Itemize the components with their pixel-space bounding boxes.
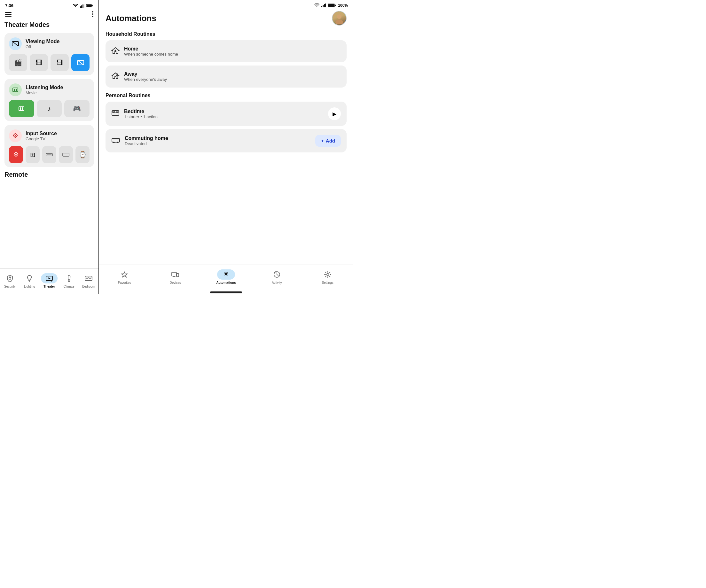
svg-rect-46 xyxy=(323,5,323,7)
svg-line-14 xyxy=(12,42,18,46)
climate-icon-wrap xyxy=(61,273,77,284)
svg-point-23 xyxy=(15,135,16,136)
nav-item-security[interactable]: Security xyxy=(0,272,20,290)
svg-point-52 xyxy=(337,14,342,19)
svg-rect-44 xyxy=(89,277,91,278)
nav-item-automations[interactable]: Automations xyxy=(201,268,252,286)
listening-mode-title: Listening Mode xyxy=(26,85,63,90)
input-source-text: Input Source Google TV xyxy=(26,131,57,141)
input-source-icon xyxy=(9,129,22,142)
listening-mode-icon xyxy=(9,83,22,96)
viewing-btn-movie1[interactable]: 🎬 xyxy=(9,54,27,71)
menu-icon[interactable] xyxy=(5,11,11,18)
svg-line-16 xyxy=(78,60,83,65)
right-header: Automations xyxy=(99,10,353,30)
away-routine-text: Away When everyone's away xyxy=(124,71,167,82)
bedroom-label: Bedroom xyxy=(82,285,95,288)
play-button[interactable]: ▶ xyxy=(328,108,341,120)
svg-rect-22 xyxy=(22,108,23,110)
settings-icon xyxy=(324,271,331,278)
routine-commuting[interactable]: Commuting home Deactivated + Add xyxy=(106,129,347,153)
theater-label: Theater xyxy=(43,285,55,288)
home-routine-subtitle: When someone comes home xyxy=(124,52,178,56)
input-btn-googletv[interactable] xyxy=(9,146,23,163)
activity-icon-wrap xyxy=(268,269,286,280)
favorites-icon-wrap xyxy=(115,269,133,280)
nav-item-favorites[interactable]: Favorites xyxy=(99,268,150,286)
status-bar-left: 7:36 xyxy=(0,0,99,10)
viewing-mode-text: Viewing Mode Off xyxy=(26,39,60,49)
input-source-card[interactable]: Input Source Google TV ⊞ xyxy=(4,125,94,167)
svg-rect-2 xyxy=(82,4,83,8)
nav-item-settings[interactable]: Settings xyxy=(302,268,353,286)
input-btn-watch[interactable]: ⌚ xyxy=(75,146,89,163)
viewing-btn-off[interactable] xyxy=(71,54,89,71)
lighting-icon-wrap xyxy=(21,273,38,284)
bottom-nav-right: Favorites Devices Automations xyxy=(99,265,353,290)
svg-rect-20 xyxy=(19,107,24,111)
right-panel: 100% Automations Household Routines xyxy=(99,0,353,294)
signal-icon xyxy=(80,4,84,8)
automations-icon xyxy=(223,271,230,278)
nav-item-devices[interactable]: Devices xyxy=(150,268,201,286)
svg-point-12 xyxy=(92,16,93,17)
input-btn-hdmi[interactable] xyxy=(42,146,56,163)
routine-home[interactable]: Home When someone comes home xyxy=(106,40,347,62)
svg-rect-26 xyxy=(47,154,51,155)
favorites-label: Favorites xyxy=(118,281,131,284)
viewing-mode-icon xyxy=(9,37,22,50)
viewing-mode-card[interactable]: Viewing Mode Off 🎬 🎞 🎞 xyxy=(4,33,94,75)
svg-rect-5 xyxy=(87,4,92,7)
svg-rect-43 xyxy=(86,277,88,278)
nav-item-bedroom[interactable]: Bedroom xyxy=(79,272,99,290)
home-routine-icon xyxy=(111,47,120,56)
viewing-mode-buttons: 🎬 🎞 🎞 xyxy=(9,54,89,71)
climate-label: Climate xyxy=(64,285,75,288)
battery-icon-right xyxy=(328,3,336,7)
settings-icon-wrap xyxy=(319,269,337,280)
svg-point-24 xyxy=(15,154,16,155)
bedtime-routine-text: Bedtime 1 starter • 1 action xyxy=(124,109,158,119)
home-routine-title: Home xyxy=(124,46,178,52)
svg-rect-7 xyxy=(5,12,11,13)
svg-point-10 xyxy=(92,11,93,12)
devices-label: Devices xyxy=(169,281,181,284)
nav-item-theater[interactable]: Theater xyxy=(39,272,59,290)
listening-mode-card[interactable]: Listening Mode Movie ♪ 🎮 xyxy=(4,79,94,121)
signal-icon-right xyxy=(321,3,326,7)
right-scroll-content: Household Routines Home When someone com… xyxy=(99,30,353,265)
security-label: Security xyxy=(4,285,16,288)
commuting-routine-text: Commuting home Deactivated xyxy=(125,135,168,146)
svg-point-53 xyxy=(336,19,343,24)
listening-btn-music[interactable]: ♪ xyxy=(37,100,62,117)
nav-item-lighting[interactable]: Lighting xyxy=(20,272,40,290)
bedtime-routine-title: Bedtime xyxy=(124,109,158,114)
add-button[interactable]: + Add xyxy=(315,135,341,147)
svg-rect-19 xyxy=(16,89,17,91)
listening-mode-header: Listening Mode Movie xyxy=(9,83,89,96)
automations-icon-wrap xyxy=(217,269,235,280)
nav-item-climate[interactable]: Climate xyxy=(59,272,79,290)
svg-point-38 xyxy=(68,280,70,282)
routine-bedtime[interactable]: Bedtime 1 starter • 1 action ▶ xyxy=(106,101,347,126)
listening-mode-text: Listening Mode Movie xyxy=(26,85,63,95)
viewing-btn-movie2[interactable]: 🎞 xyxy=(30,54,48,71)
viewing-btn-movie3[interactable]: 🎞 xyxy=(50,54,69,71)
input-source-title: Input Source xyxy=(26,131,57,136)
listening-btn-movie[interactable] xyxy=(9,100,34,117)
input-source-buttons: ⊞ ⌚ xyxy=(9,146,89,163)
svg-rect-9 xyxy=(5,16,11,16)
away-routine-icon xyxy=(111,72,120,82)
listening-mode-buttons: ♪ 🎮 xyxy=(9,100,89,117)
listening-btn-game[interactable]: 🎮 xyxy=(64,100,89,117)
nav-item-activity[interactable]: Activity xyxy=(251,268,302,286)
input-btn-windows[interactable]: ⊞ xyxy=(26,146,40,163)
avatar[interactable] xyxy=(332,11,347,26)
add-label: Add xyxy=(326,138,335,143)
input-btn-console[interactable] xyxy=(59,146,73,163)
bedtime-action: ▶ xyxy=(328,108,341,120)
svg-point-55 xyxy=(116,74,118,76)
routine-away[interactable]: Away When everyone's away xyxy=(106,66,347,88)
more-options-icon[interactable] xyxy=(92,11,93,18)
commuting-routine-title: Commuting home xyxy=(125,135,168,141)
